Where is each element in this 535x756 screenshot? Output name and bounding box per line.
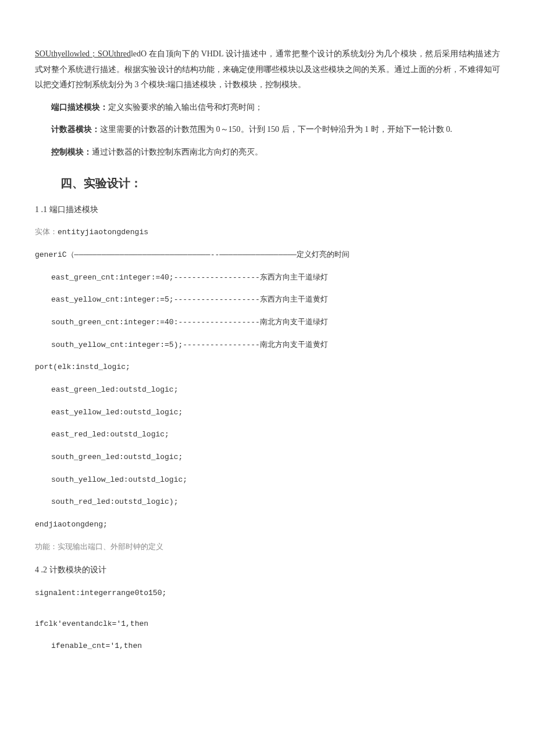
paragraph-2-rest: 定义实验要求的输入输出信号和灯亮时间；	[108, 103, 263, 112]
paragraph-4: 控制模块：通过计数器的计数控制东西南北方向灯的亮灭。	[35, 145, 500, 160]
entity-code: entityjiaotongdengis	[58, 228, 148, 237]
port-4: south_green_led:outstd_logic;	[35, 450, 500, 465]
generic-3: south_green_cnt:integer:=40:------------…	[35, 316, 500, 330]
port-2: east_yellow_led:outstd_logic;	[35, 406, 500, 420]
signal-line: signalent:integerrange0to150;	[35, 586, 500, 601]
port-line: port(elk:instd_logic;	[35, 360, 500, 375]
paragraph-3-rest: 这里需要的计数器的计数范围为 0～150。计到 150 后，下一个时钟沿升为 1…	[100, 125, 452, 134]
function-line: 功能：实现输出端口、外部时钟的定义	[35, 540, 500, 555]
paragraph-3-bold: 计数器横块：	[51, 125, 100, 134]
generic-2: east_yellow_cnt:integer:=5;-------------…	[35, 293, 500, 307]
subsection-1: 1 .1 端口描述模块	[35, 202, 500, 218]
paragraph-1: SOUthyellowled；SOUthredledO 在自顶向下的 VHDL …	[35, 46, 500, 93]
paragraph-4-rest: 通过计数器的计数控制东西南北方向灯的亮灭。	[92, 148, 263, 156]
generic-1: east_green_cnt:integer:=40;-------------…	[35, 271, 500, 285]
paragraph-2-bold: 端口描述模块：	[51, 103, 108, 112]
subsection-2: 4 .2 计数模块的设计	[35, 562, 500, 578]
port-3: east_red_led:outstd_logic;	[35, 428, 500, 442]
paragraph-3: 计数器横块：这里需要的计数器的计数范围为 0～150。计到 150 后，下一个时…	[35, 122, 500, 138]
port-5: south_yellow_led:outstd_logic;	[35, 473, 500, 488]
end-entity: endjiaotongdeng;	[35, 518, 500, 532]
if-line: ifclk'eventandclk='1,then	[35, 617, 500, 632]
paragraph-2: 端口描述模块：定义实验要求的输入输出信号和灯亮时间；	[35, 100, 500, 116]
section-title: 四、实验设计：	[60, 172, 500, 194]
if-inner: ifenable_cnt='1,then	[35, 639, 500, 654]
port-6: south_red_led:outstd_logic);	[35, 495, 500, 510]
port-1: east_green_led:outstd_logic;	[35, 383, 500, 397]
underline-text: SOUthyellowled；SOUthred	[35, 49, 131, 58]
entity-label: 实体：	[35, 228, 58, 237]
function-text: 实现输出端口、外部时钟的定义	[58, 543, 163, 551]
entity-line: 实体：entityjiaotongdengis	[35, 225, 500, 240]
generic-4: south_yellow_cnt:integer:=5);-----------…	[35, 338, 500, 353]
generic-line: generiC（——————————————————————————————--…	[35, 248, 500, 263]
function-label: 功能：	[35, 543, 58, 551]
paragraph-4-bold: 控制模块：	[51, 148, 92, 156]
